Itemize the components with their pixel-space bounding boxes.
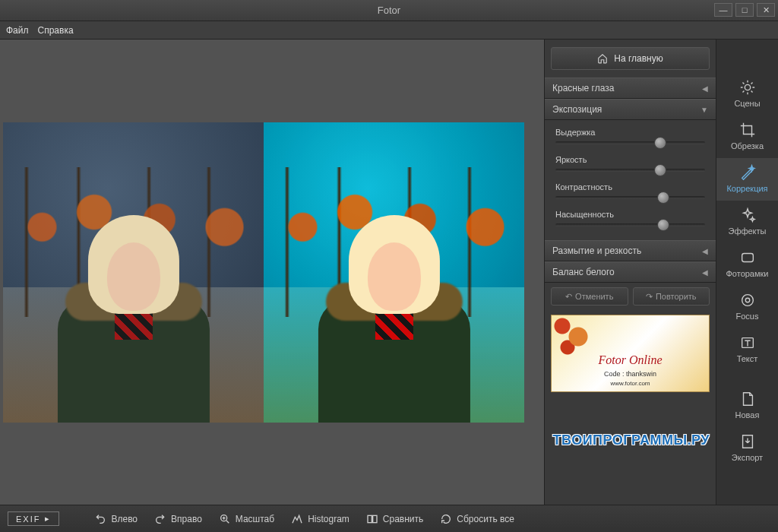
panel-exposure[interactable]: Экспозиция ▼ — [545, 99, 716, 120]
promo-banner[interactable]: Fotor Online Code : thankswin www.fotor.… — [551, 315, 710, 392]
sun-icon — [739, 79, 756, 96]
menu-file[interactable]: Файл — [6, 25, 29, 36]
slider-saturation-label: Насыщенность — [555, 210, 705, 219]
panel-red-eye[interactable]: Красные глаза ◀ — [545, 78, 716, 99]
slider-brightness[interactable] — [555, 169, 705, 172]
slider-contrast-thumb[interactable] — [657, 192, 669, 204]
redo-button[interactable]: ↷ Повторить — [633, 287, 710, 306]
svg-rect-6 — [368, 515, 372, 522]
canvas-area[interactable] — [0, 40, 544, 505]
histogram-button[interactable]: Histogram — [286, 510, 354, 528]
svg-point-3 — [745, 298, 750, 302]
wand-icon — [739, 164, 756, 181]
compare-button[interactable]: Сравнить — [362, 510, 428, 528]
histogram-icon — [291, 513, 303, 525]
photo-original — [3, 122, 264, 423]
watermark: ТВОИПРОГРАММЫ.РУ — [553, 432, 710, 448]
slider-exposure[interactable] — [555, 141, 705, 144]
toolstrip: Сцены Обрезка Коррекция Эффекты Фоторамк… — [716, 40, 778, 505]
rotate-right-button[interactable]: Вправо — [150, 510, 207, 528]
rotate-right-icon — [154, 513, 166, 525]
panel-blur-sharp[interactable]: Размытие и резкость ◀ — [545, 240, 716, 261]
chevron-left-icon: ◀ — [702, 268, 708, 277]
svg-rect-7 — [373, 515, 377, 522]
home-icon — [597, 53, 608, 64]
zoom-button[interactable]: Масштаб — [214, 510, 279, 528]
bottombar: EXIF ▸ Влево Вправо Масштаб Histogram Ср… — [0, 505, 778, 532]
slider-brightness-label: Яркость — [555, 155, 705, 164]
slider-exposure-thumb[interactable] — [654, 137, 666, 149]
maximize-button[interactable]: □ — [735, 3, 754, 17]
panel-white-balance[interactable]: Баланс белого ◀ — [545, 261, 716, 283]
photo-edited — [264, 122, 524, 423]
promo-url: www.fotor.com — [552, 380, 709, 387]
reset-button[interactable]: Сбросить все — [435, 510, 519, 528]
tool-frames[interactable]: Фоторамки — [716, 243, 778, 286]
menu-help[interactable]: Справка — [38, 25, 74, 36]
slider-saturation-thumb[interactable] — [657, 219, 669, 231]
exif-button[interactable]: EXIF ▸ — [8, 511, 59, 526]
undo-button[interactable]: ↶ Отменить — [551, 287, 628, 306]
redo-icon: ↷ — [646, 292, 653, 302]
menubar: Файл Справка — [0, 21, 778, 40]
tool-focus[interactable]: Focus — [716, 286, 778, 328]
promo-headline: Fotor Online — [552, 353, 709, 367]
chevron-left-icon: ◀ — [702, 84, 708, 93]
sparkle-icon — [739, 207, 756, 223]
titlebar: Fotor — □ ✕ — [0, 0, 778, 21]
slider-contrast-label: Контрастность — [555, 182, 705, 192]
app-title: Fotor — [378, 5, 400, 16]
chevron-right-icon: ▸ — [45, 514, 51, 524]
tool-crop[interactable]: Обрезка — [716, 116, 778, 158]
home-label: На главную — [614, 53, 663, 64]
tool-correction[interactable]: Коррекция — [716, 158, 778, 201]
slider-brightness-thumb[interactable] — [654, 164, 666, 176]
compare-view — [3, 122, 524, 423]
tool-effects[interactable]: Эффекты — [716, 201, 778, 243]
slider-saturation[interactable] — [555, 223, 705, 226]
tool-new[interactable]: Новая — [716, 385, 778, 427]
reset-icon — [440, 513, 452, 525]
close-button[interactable]: ✕ — [757, 3, 775, 17]
tool-scenes[interactable]: Сцены — [716, 73, 778, 116]
minimize-button[interactable]: — — [714, 3, 732, 17]
zoom-icon — [219, 513, 231, 525]
svg-point-2 — [742, 295, 753, 306]
compare-icon — [366, 513, 378, 525]
chevron-left-icon: ◀ — [702, 247, 708, 255]
svg-rect-1 — [742, 254, 753, 262]
exposure-controls: Выдержка Яркость Контрастность Насыщенно… — [545, 120, 716, 240]
tool-text[interactable]: Текст — [716, 328, 778, 371]
tool-export[interactable]: Экспорт — [716, 427, 778, 470]
chevron-down-icon: ▼ — [701, 106, 708, 114]
focus-icon — [739, 292, 756, 309]
rotate-left-icon — [94, 513, 106, 525]
rotate-left-button[interactable]: Влево — [90, 510, 142, 528]
home-button[interactable]: На главную — [551, 47, 710, 70]
export-icon — [739, 433, 756, 450]
svg-point-0 — [745, 84, 750, 90]
promo-code: Code : thankswin — [552, 370, 709, 378]
crop-icon — [739, 122, 756, 138]
frame-icon — [739, 249, 756, 266]
file-icon — [739, 391, 756, 407]
slider-contrast[interactable] — [555, 196, 705, 199]
slider-exposure-label: Выдержка — [555, 128, 705, 137]
text-icon — [739, 334, 756, 351]
undo-icon: ↶ — [565, 292, 572, 302]
